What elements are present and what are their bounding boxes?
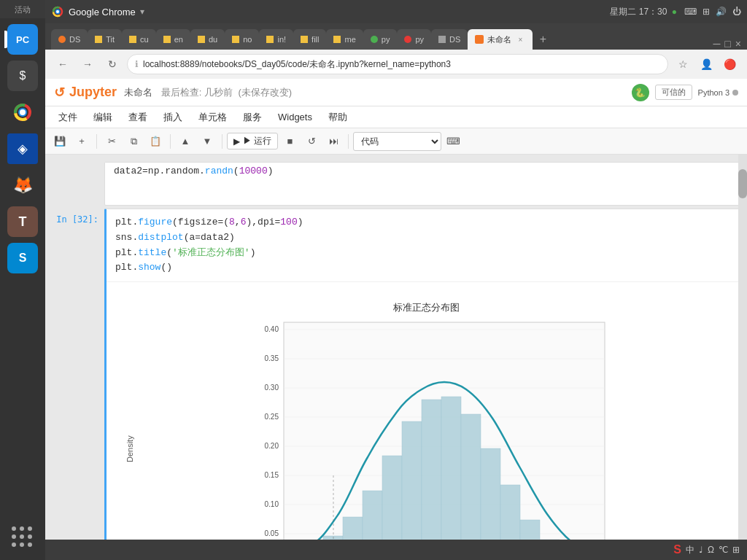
tab-py1[interactable]: py [363,29,398,50]
dropdown-arrow-icon[interactable]: ▾ [140,7,144,17]
svg-rect-38 [461,414,481,540]
scrollbar[interactable] [738,155,747,540]
toolbar-divider-4 [348,134,349,149]
python-logo: 🐍 [632,84,649,101]
reload-button[interactable]: ↻ [102,54,123,74]
chart-svg: 0.40 0.35 0.30 0.25 0.20 0.15 0.10 0.05 [137,319,729,540]
kernel-status-icon [732,90,738,96]
taskbar-icon-typora[interactable]: T [7,206,38,237]
app-grid-icon[interactable] [12,526,34,548]
new-tab-button[interactable]: + [533,29,553,50]
cell-type-select[interactable]: 代码 Markdown Raw NBConvert [353,132,441,151]
prev-cell-content: data2=np.random.randn(10000) [104,162,746,206]
svg-point-4 [20,109,26,115]
code-line-3: plt.title('标准正态分布图') [115,246,737,261]
main-content: Google Chrome ▾ 星期二 17：30 ● ⌨ ⊞ 🔊 ⏻ DS [45,0,747,560]
paste-button[interactable]: 📋 [145,132,166,151]
tab-close-button[interactable]: × [515,34,525,44]
tab-tit[interactable]: Tit [88,29,122,50]
forward-button[interactable]: → [77,54,98,74]
tab-cu[interactable]: cu [122,29,156,50]
menu-service[interactable]: 服务 [236,109,269,125]
taskbar-icon-vscode[interactable]: ◈ [7,133,38,164]
typora-icon: T [19,214,27,230]
tab-in[interactable]: in! [259,29,293,50]
menu-file[interactable]: 文件 [51,109,85,125]
cell-code[interactable]: plt.figure(figsize=(8,6),dpi=100) sns.di… [107,209,746,281]
move-down-button[interactable]: ▼ [197,132,217,151]
menu-help[interactable]: 帮助 [321,109,355,125]
save-button[interactable]: 💾 [50,132,70,151]
trusted-badge[interactable]: 可信的 [655,85,692,100]
tab-no[interactable]: no [225,29,259,50]
notebook-inner: data2=np.random.randn(10000) In [32]: pl… [46,155,746,540]
tab-favicon-cpy [404,36,411,43]
taskbar-icon-skype[interactable]: S [7,243,38,273]
taskbar-icon-chrome[interactable] [7,97,38,128]
address-bar[interactable]: ℹ localhost:8889/notebooks/DS_day05/code… [127,54,668,74]
tab-active[interactable]: 未命名 × [468,29,533,50]
copy-button[interactable]: ⧉ [123,132,144,151]
tab-label-ds1: DS [69,35,80,44]
minimize-btn[interactable]: ─ [713,38,720,50]
account-button[interactable]: 👤 [696,54,716,74]
menu-cell[interactable]: 单元格 [191,109,234,125]
taskbar-icon-terminal[interactable]: $ [7,61,38,91]
cell-content[interactable]: plt.figure(figsize=(8,6),dpi=100) sns.di… [104,209,746,540]
move-up-button[interactable]: ▲ [175,132,196,151]
maximize-btn[interactable]: □ [724,38,730,50]
back-button[interactable]: ← [53,54,73,74]
prev-cell-prompt [46,162,104,206]
tab-ds2[interactable]: DS [431,29,468,50]
tab-favicon-ds2 [438,36,446,43]
svg-point-9 [56,10,59,13]
keyboard-shortcuts-button[interactable]: ⌨ [443,132,463,151]
run-icon: ▶ [233,136,240,147]
top-bar-title: Google Chrome [69,7,136,18]
browser-favicon [51,5,64,18]
menu-widgets[interactable]: Widgets [271,110,320,124]
code-line-1: plt.figure(figsize=(8,6),dpi=100) [115,215,737,230]
add-cell-button[interactable]: + [71,132,92,151]
taskbar-icon-firefox[interactable]: 🦊 [7,170,38,201]
ime-text: 中 [686,544,694,556]
tab-favicon-cu [129,36,136,43]
toolbar-divider-2 [170,134,171,149]
nav-icons-right: ☆ 👤 🔴 [673,54,740,74]
run-button[interactable]: ▶ ▶ 运行 [227,133,278,149]
last-checkpoint: 最后检查: 几秒前 (未保存改变) [161,87,293,98]
menu-edit[interactable]: 编辑 [86,109,120,125]
tab-fill[interactable]: fill [293,29,326,50]
jupyter-top-bar: ↺ Jupyter 未命名 最后检查: 几秒前 (未保存改变) 🐍 可信的 Py… [45,79,747,106]
tab-favicon-py1 [371,36,378,43]
bookmark-button[interactable]: ☆ [673,54,693,74]
tab-en[interactable]: en [156,29,190,50]
jupyter-logo-icon: ↺ [54,85,65,101]
svg-text:0.35: 0.35 [265,354,279,362]
notebook-area[interactable]: data2=np.random.randn(10000) In [32]: pl… [45,155,747,540]
firefox-icon: 🦊 [13,176,33,195]
extension-button[interactable]: 🔴 [719,54,740,74]
toolbar-divider-1 [96,134,97,149]
cut-button[interactable]: ✂ [101,132,122,151]
tab-label-du: du [209,35,217,44]
fast-forward-button[interactable]: ⏭ [323,132,344,151]
menu-view[interactable]: 查看 [121,109,155,125]
tab-cpy[interactable]: py [397,29,431,50]
tab-ds1[interactable]: DS [51,29,88,50]
restart-button[interactable]: ↺ [301,132,322,151]
tab-me[interactable]: me [326,29,363,50]
active-cell[interactable]: In [32]: plt.figure(figsize=(8,6),dpi=10… [46,209,746,540]
close-btn[interactable]: × [735,38,741,50]
jupyter-header: ↺ Jupyter 未命名 最后检查: 几秒前 (未保存改变) 🐍 可信的 Py… [45,79,747,155]
volume-icon: 🔊 [716,7,727,17]
scrollbar-thumb[interactable] [738,169,747,198]
keyboard-icon: ⌨ [684,7,697,17]
taskbar-icon-pycharm[interactable]: PC [7,24,38,55]
tab-du[interactable]: du [190,29,225,50]
stop-button[interactable]: ■ [279,132,300,151]
menu-insert[interactable]: 插入 [156,109,190,125]
svg-text:0.40: 0.40 [265,325,279,333]
tab-favicon-fill [301,36,308,43]
run-label: ▶ 运行 [243,135,271,147]
